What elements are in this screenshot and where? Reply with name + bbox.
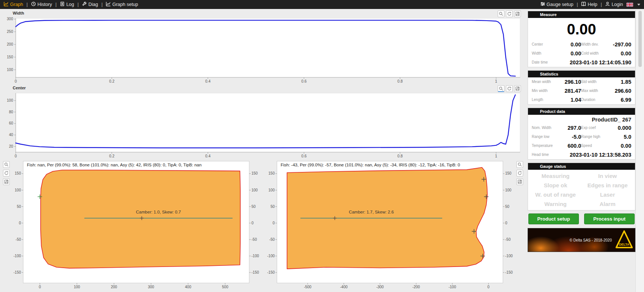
width-chart-title: Width [2,10,525,16]
copyright-text: © Delta SAS - 2018-2020 [570,238,615,242]
y-tick-label: -150 [13,270,21,274]
zoom-icon[interactable] [498,10,504,17]
x-tick-label: 0.6 [301,154,306,158]
scrollbar-thumb[interactable] [638,11,642,67]
nav-help-label: Help [587,2,597,7]
nav-graph-label: Graph [10,2,23,7]
statistics-panel: Statistics Mean width 296.10 Std width 1… [528,70,635,105]
refresh-icon[interactable] [3,170,10,176]
x-tick-label: 1 [495,154,497,158]
left-profile-toolbar [2,160,10,185]
x-tick-label: 0.2 [109,154,115,158]
action-buttons: Product setup Process input [528,213,635,224]
product-label: Temperature [532,144,555,148]
product-value: 0.000 [605,125,631,131]
y-tick-label: -50 [505,237,511,242]
y-tick-label: 100 [505,188,512,192]
stat-value: 296.60 [605,88,631,94]
nav-log-label: Log [66,2,74,7]
stat-value: 1.04 [555,97,581,103]
nav-separator: | [55,2,57,7]
sliders-icon [540,1,545,7]
status-w-out-of-range: W. out of range [529,191,582,198]
datetime-value: 2023-01-10 12:14:05.190 [555,59,631,65]
left-profile-plot[interactable]: -150-150-100-100-50-50005050100100150150… [10,160,262,290]
product-label: Exp coef [581,126,605,130]
nav-separator: | [601,2,602,7]
nav-graph[interactable]: Graph [4,1,23,7]
save-icon[interactable] [514,85,521,92]
zoom-icon[interactable] [516,161,523,168]
zoom-icon[interactable] [3,161,10,168]
product-setup-button[interactable]: Product setup [528,213,579,224]
measure-big-value: 0.00 [528,18,635,40]
nav-gauge-setup[interactable]: Gauge setup [540,1,574,7]
head-time-value: 2023-01-10 12:13:58.203 [555,152,631,158]
nav-diag[interactable]: Diag [82,1,98,7]
statistics-row: Min width 281.47 Max width 296.60 [528,86,635,95]
language-flag-uk[interactable] [626,3,633,7]
x-tick-label: 0 [488,285,490,289]
center-chart-block: Center 2040608010000.20.40.60.81 [2,85,525,159]
measure-label: Center [532,42,555,47]
head-time-label: Head time [532,153,555,157]
y-tick-label: 20 [9,144,13,148]
camber-label: Camber: 1.7, Skew: 2.6 [349,210,394,214]
save-icon[interactable] [514,10,521,17]
measure-value: 0.00 [555,50,581,56]
zoom-icon[interactable] [498,85,504,92]
statistics-row: Mean width 296.10 Std width 1.85 [528,77,635,86]
y-tick-label: -50 [16,237,21,242]
x-tick-label: 400 [185,285,191,289]
x-tick-label: 200 [111,285,117,289]
x-tick-label: 0.4 [205,154,211,158]
profile-annotation: Fish: -43, Per (99.0%): -57, Bone (101.0… [281,163,460,167]
statistics-row: Length 1.04 Duration 6.99 [528,95,635,104]
y-tick-label: -100 [13,254,21,258]
refresh-icon[interactable] [506,10,513,17]
nav-log[interactable]: Log [60,1,74,7]
refresh-icon[interactable] [516,170,523,176]
nav-help[interactable]: Help [581,1,597,7]
measure-row: Width 0.00 Cold width 0.00 [528,49,635,58]
save-icon[interactable] [516,178,523,185]
x-tick-label: 0.2 [109,79,115,83]
x-tick-label: 500 [222,285,228,289]
x-tick-label: 0.8 [397,79,403,83]
width-chart-plot[interactable]: 10015020025030000.20.40.60.81 [2,16,523,84]
y-tick-label: -50 [269,237,275,242]
nav-history[interactable]: History [31,1,52,7]
product-value: 5.0 [605,134,631,140]
product-data-panel: Product data ProductID_ 267 Nom. Width 2… [528,108,635,160]
nav-diag-label: Diag [88,2,98,7]
status-alarm: Alarm [582,201,634,207]
save-icon[interactable] [3,178,10,185]
measure-value: -297.00 [605,42,631,47]
x-tick-label: -300 [376,285,384,289]
refresh-icon[interactable] [506,85,513,92]
y-tick-label: 80 [9,110,13,114]
nav-separator: | [101,2,103,7]
product-label: Range low [532,135,555,139]
camber-label: Camber: 1.0, Skew: 0.7 [136,210,181,214]
nav-login[interactable]: Login [605,1,623,7]
product-value: 600.0 [555,143,581,149]
process-input-button[interactable]: Process input [584,213,635,224]
status-measuring: Measuring [529,173,582,179]
top-nav-bar: Graph | History | Log | Diag | Graph set… [0,0,644,9]
x-tick-label: 1 [495,79,497,83]
y-tick-label: 50 [251,205,256,209]
scrollbar-track[interactable] [635,10,644,292]
y-tick-label: 100 [7,98,13,102]
stat-value: 6.99 [605,97,631,103]
chevron-down-icon[interactable] [637,4,640,6]
y-tick-label: 150 [7,55,13,59]
center-chart-plot[interactable]: 2040608010000.20.40.60.81 [2,91,523,159]
nav-graph-setup[interactable]: Graph setup [106,1,138,7]
y-tick-label: 200 [7,42,13,46]
right-profile-plot[interactable]: -150-150-100-100-50-50005050100100150150… [264,160,516,290]
center-chart-title: Center [2,85,525,91]
width-chart-toolbar [498,10,521,17]
y-tick-label: 250 [7,30,13,34]
y-tick-label: 50 [17,205,21,209]
